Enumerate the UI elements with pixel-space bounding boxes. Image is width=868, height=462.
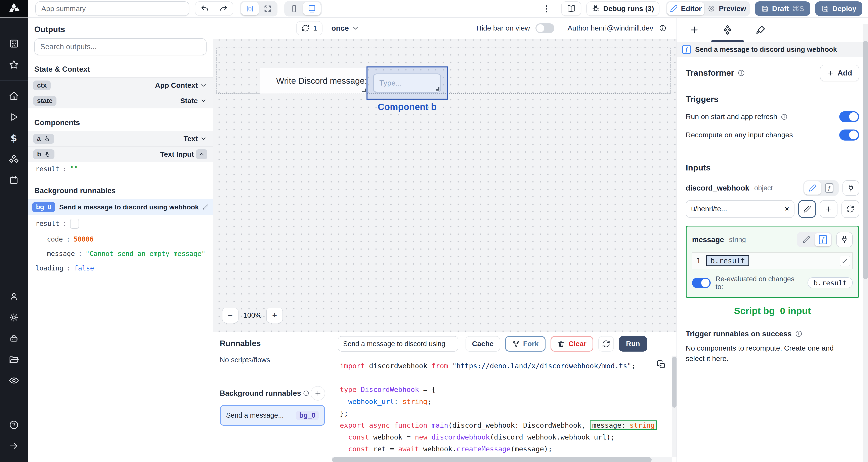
debug-runs-button[interactable]: Debug runs (3): [586, 1, 659, 16]
eval-mode-button[interactable]: f: [814, 233, 831, 246]
bg0-row[interactable]: bg_0 Send a message to discord using web…: [28, 199, 213, 216]
preview-eye-icon: [707, 4, 715, 13]
collapse-json-button[interactable]: -: [70, 219, 79, 229]
reeval-dependency-chip[interactable]: b.result: [808, 277, 853, 288]
static-mode-button[interactable]: [798, 233, 815, 246]
on-success-text: No components to recompute. Create one a…: [686, 343, 852, 364]
code-horizontal-scrollbar[interactable]: [332, 457, 672, 462]
resource-picker[interactable]: u/henri/te... ×: [686, 200, 795, 218]
nav-settings[interactable]: [0, 307, 28, 328]
clear-button[interactable]: Clear: [551, 336, 593, 352]
chevron-down-icon[interactable]: [200, 82, 207, 89]
nav-folders[interactable]: [0, 349, 28, 370]
edit-pencil-icon[interactable]: [203, 204, 208, 210]
nav-home[interactable]: [0, 86, 28, 107]
app-summary-input[interactable]: [35, 1, 189, 16]
nav-variables[interactable]: $: [0, 128, 28, 149]
output-row-ctx[interactable]: ctx App Context: [28, 77, 213, 93]
nav-workers[interactable]: [0, 328, 28, 349]
code-vertical-scrollbar[interactable]: [672, 356, 677, 458]
nav-favorites[interactable]: [0, 54, 28, 75]
chevron-down-icon[interactable]: [200, 97, 207, 104]
deploy-button[interactable]: Deploy: [815, 1, 862, 16]
collapse-row-button[interactable]: [196, 150, 207, 159]
eval-mode-button[interactable]: f: [821, 181, 838, 195]
chevron-down-icon[interactable]: [200, 135, 207, 142]
hide-bar-toggle[interactable]: [535, 23, 554, 33]
device-toggle-group: [284, 1, 322, 16]
nav-resources[interactable]: [0, 148, 28, 170]
connect-input-button[interactable]: [842, 180, 859, 196]
component-row-b[interactable]: b Text Input: [28, 146, 213, 162]
add-transformer-button[interactable]: Add: [820, 65, 859, 81]
nav-runs[interactable]: [0, 107, 28, 128]
tree-result-key: result: [35, 220, 59, 228]
more-menu-button[interactable]: ⋮: [537, 4, 556, 13]
edit-resource-button[interactable]: [798, 200, 816, 218]
redo-button[interactable]: [214, 1, 233, 16]
result-value: "": [70, 165, 78, 173]
tab-preview[interactable]: Preview: [705, 2, 749, 15]
output-row-state[interactable]: state State: [28, 93, 213, 108]
docs-button[interactable]: [561, 1, 581, 16]
expand-editor-button[interactable]: [840, 256, 850, 266]
text-input-component[interactable]: Type...: [373, 73, 441, 93]
windmill-logo[interactable]: [0, 0, 28, 18]
center-align-button[interactable]: [241, 2, 259, 15]
tab-insert-component[interactable]: [689, 18, 700, 42]
resize-handle[interactable]: [362, 89, 366, 92]
app-canvas[interactable]: Write Discord message: Type... Component…: [213, 39, 677, 332]
refresh-resource-button[interactable]: [841, 200, 859, 218]
run-on-start-toggle[interactable]: [839, 111, 859, 122]
bg0-badge: bg_0: [32, 202, 56, 212]
tab-styling[interactable]: [755, 18, 766, 42]
cache-button[interactable]: Cache: [466, 336, 500, 352]
static-mode-button[interactable]: [804, 181, 821, 195]
nav-help[interactable]: [0, 415, 28, 435]
fullscreen-button[interactable]: [259, 2, 277, 15]
search-outputs-input[interactable]: [34, 38, 207, 55]
selected-component-b[interactable]: Type...: [367, 66, 448, 100]
script-name-input[interactable]: [338, 336, 459, 352]
nav-users[interactable]: [0, 286, 28, 307]
text-component-a[interactable]: Write Discord message:: [260, 68, 367, 94]
nav-audit[interactable]: [0, 370, 28, 391]
reload-script-button[interactable]: [598, 336, 614, 352]
run-button[interactable]: Run: [619, 336, 647, 352]
code-editor[interactable]: import discordwebhook from "https://deno…: [332, 356, 677, 462]
zoom-out-button[interactable]: −: [222, 307, 239, 323]
code-line: };: [340, 407, 669, 420]
draft-button[interactable]: Draft ⌘S: [755, 1, 810, 16]
boxes-icon: [8, 154, 19, 165]
right-panel-scrollbar[interactable]: [863, 24, 868, 462]
code-line: type DiscordWebhook = {: [340, 384, 669, 396]
resize-handle[interactable]: [436, 87, 439, 91]
zoom-in-button[interactable]: +: [266, 307, 283, 323]
undo-button[interactable]: [195, 1, 214, 16]
mobile-view-button[interactable]: [285, 2, 303, 15]
component-a-type: Text: [183, 135, 198, 143]
nav-collapse[interactable]: [0, 435, 28, 456]
refresh-count-control[interactable]: 1: [296, 21, 322, 36]
expression-editor[interactable]: 1 b.result: [692, 253, 853, 269]
nav-workspace[interactable]: [0, 33, 28, 54]
selected-runnable-header: f Send a message to discord using webhoo…: [677, 42, 868, 57]
connect-input-button[interactable]: [836, 232, 853, 248]
recompute-toggle[interactable]: [839, 130, 859, 140]
fork-button[interactable]: Fork: [505, 336, 546, 352]
add-resource-button[interactable]: [820, 200, 837, 218]
interval-select[interactable]: once: [331, 24, 359, 33]
copy-code-button[interactable]: [657, 360, 665, 369]
add-background-runnable-button[interactable]: [311, 386, 325, 401]
zoom-level: 100%: [239, 311, 266, 320]
tab-component-settings[interactable]: [722, 18, 733, 42]
component-row-a[interactable]: a Text: [28, 131, 213, 146]
bg0-runnable-item[interactable]: Send a message... bg_0: [220, 405, 325, 426]
clear-resource-icon[interactable]: ×: [785, 205, 789, 213]
desktop-view-button[interactable]: [303, 2, 321, 15]
deploy-label: Deploy: [832, 5, 856, 13]
b-result-row: result: "": [28, 162, 213, 176]
nav-schedules[interactable]: [0, 170, 28, 191]
reeval-toggle[interactable]: [692, 278, 711, 288]
tab-editor[interactable]: Editor: [667, 2, 705, 15]
